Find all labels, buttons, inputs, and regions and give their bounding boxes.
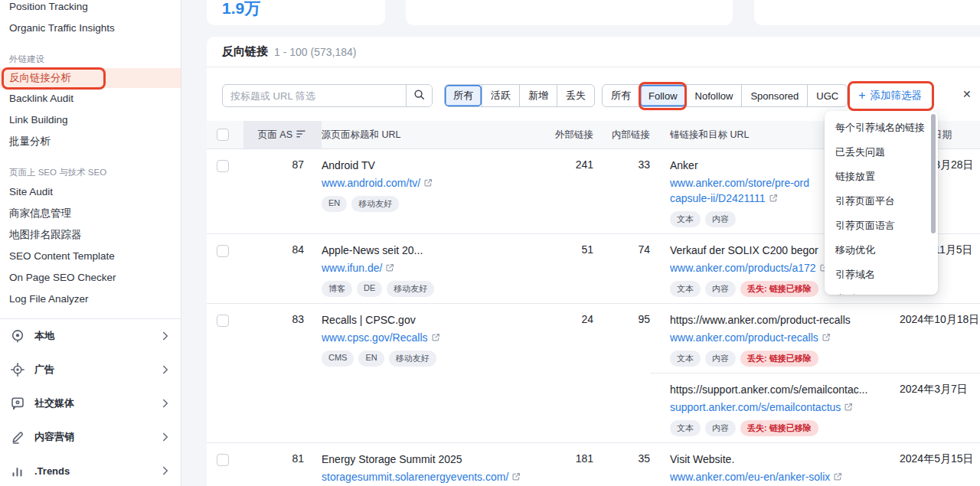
external-links-value: 51 bbox=[540, 243, 593, 297]
internal-links-value: 35 bbox=[593, 452, 650, 486]
external-link-icon bbox=[511, 472, 521, 481]
follow-filter-option[interactable]: Follow bbox=[639, 85, 686, 106]
sidebar-item[interactable]: Organic Traffic Insights bbox=[0, 18, 181, 39]
sidebar-nav-label: 内容营销 bbox=[34, 430, 162, 444]
chevron-right-icon bbox=[162, 432, 168, 442]
date-value: 2024年5月15日 bbox=[900, 452, 980, 486]
close-icon[interactable]: ✕ bbox=[962, 89, 972, 99]
sidebar-nav-item[interactable]: 内容营销 bbox=[0, 420, 181, 454]
search-box bbox=[222, 84, 433, 107]
status-filter-option[interactable]: 所有 bbox=[445, 85, 482, 106]
row-checkbox-cell bbox=[207, 243, 243, 297]
card-header: 反向链接 1 - 100 (573,184) bbox=[207, 37, 980, 67]
sidebar-item[interactable]: Log File Analyzer bbox=[0, 289, 181, 310]
chevron-right-icon bbox=[162, 365, 168, 374]
sort-desc-icon bbox=[296, 130, 305, 138]
source-cell: Android TVwww.android.com/tv/EN移动友好 bbox=[322, 158, 540, 227]
table-row: 81Energy Storage Summit 2025storagesummi… bbox=[207, 442, 980, 486]
sidebar-item[interactable]: On Page SEO Checker bbox=[0, 267, 181, 289]
filter-dropdown-item[interactable]: 每个引荐域名的链接 bbox=[825, 116, 938, 140]
source-url-link[interactable]: www.anker.com/products/a172 bbox=[670, 262, 816, 274]
tag-badge: DE bbox=[357, 281, 382, 297]
row-checkbox[interactable] bbox=[217, 315, 229, 327]
column-internal-links: 内部链接 bbox=[593, 121, 650, 148]
external-link-icon bbox=[423, 178, 433, 188]
sidebar-item[interactable]: 批量分析 bbox=[0, 131, 181, 152]
lost-link-badge: 丢失: 链接已移除 bbox=[740, 281, 818, 297]
anchor-text: https://www.anker.com/product-recalls bbox=[670, 313, 900, 328]
filter-dropdown-item[interactable]: 已丢失问题 bbox=[825, 140, 938, 165]
lost-link-badge: 丢失: 链接已移除 bbox=[740, 351, 818, 367]
external-link-icon bbox=[833, 472, 842, 481]
sidebar-item[interactable]: SEO Content Template bbox=[0, 246, 181, 267]
status-filter-option[interactable]: 新增 bbox=[519, 85, 557, 106]
metric-card-backlinks: 1.9万 bbox=[207, 0, 385, 25]
sidebar-item[interactable]: 商家信息管理 bbox=[0, 203, 181, 224]
source-url-link[interactable]: storagesummit.solarenergyevents.com/ bbox=[322, 471, 508, 483]
anchor-cell: https://www.anker.com/product-recallswww… bbox=[650, 313, 900, 367]
search-button[interactable] bbox=[406, 85, 432, 106]
add-filter-button[interactable]: + 添加筛选器 bbox=[858, 89, 922, 103]
sort-desc-icon bbox=[296, 129, 305, 140]
sidebar-nav-label: 广告 bbox=[34, 363, 162, 377]
column-page-as[interactable]: 页面 AS bbox=[243, 121, 322, 148]
status-filter-option[interactable]: 活跃 bbox=[482, 85, 519, 106]
filter-dropdown-item[interactable]: 移动优化 bbox=[825, 238, 938, 263]
bar-chart-icon bbox=[10, 463, 25, 478]
tag-badge: EN bbox=[322, 196, 347, 212]
external-links-value: 181 bbox=[540, 452, 593, 486]
sidebar-item[interactable]: Link Building bbox=[0, 109, 181, 131]
row-checkbox[interactable] bbox=[217, 245, 229, 257]
follow-filter-option[interactable]: Sponsored bbox=[741, 85, 807, 106]
follow-filter-option[interactable]: UGC bbox=[807, 85, 847, 106]
filter-dropdown-item[interactable]: 类型 bbox=[825, 287, 938, 295]
sidebar-nav-item[interactable]: 社交媒体 bbox=[0, 387, 181, 420]
source-url-link[interactable]: www.anker.com/product-recalls bbox=[670, 331, 818, 344]
status-filter-option[interactable]: 丢失 bbox=[557, 85, 594, 106]
filter-dropdown-item[interactable]: 链接放置 bbox=[825, 165, 938, 189]
anchor-cell: https://support.anker.com/s/emailcontac.… bbox=[650, 373, 900, 442]
tag-badge: 内容 bbox=[705, 351, 736, 367]
source-url-link[interactable]: www.cpsc.gov/Recalls bbox=[322, 331, 428, 344]
row-checkbox-cell bbox=[207, 373, 243, 442]
source-cell: Energy Storage Summit 2025storagesummit.… bbox=[322, 452, 540, 486]
filter-dropdown-item[interactable]: 引荐页面平台 bbox=[825, 189, 938, 214]
filter-dropdown-item[interactable]: 引荐域名 bbox=[825, 263, 938, 287]
sidebar-item[interactable]: Backlink Audit bbox=[0, 88, 181, 109]
source-url-link[interactable]: capsule-ii/D2421111 bbox=[670, 192, 766, 204]
page-as-value: 87 bbox=[243, 158, 322, 227]
date-value: 2024年10月18日 bbox=[900, 313, 980, 367]
sidebar-item[interactable]: Site Audit bbox=[0, 181, 181, 203]
filter-dropdown-item[interactable]: 引荐页面语言 bbox=[825, 214, 938, 238]
source-url-link[interactable]: www.ifun.de/ bbox=[322, 262, 382, 274]
anchor-cell: Visit Website.www.anker.com/eu-en/anker-… bbox=[650, 452, 900, 486]
sidebar-nav-item[interactable]: 广告 bbox=[0, 353, 181, 387]
source-url-link[interactable]: www.anker.com/store/pre-ord bbox=[670, 177, 809, 189]
sidebar-item[interactable]: Position Tracking bbox=[0, 0, 181, 18]
source-cell: Recalls | CPSC.govwww.cpsc.gov/RecallsCM… bbox=[322, 313, 540, 367]
tag-list: EN移动友好 bbox=[322, 196, 540, 212]
follow-filter-option[interactable]: Nofollow bbox=[686, 85, 742, 106]
sidebar-item-active[interactable]: 反向链接分析 bbox=[0, 68, 181, 88]
sidebar-nav-item[interactable]: .Trends bbox=[0, 454, 181, 486]
source-url-link[interactable]: support.anker.com/s/emailcontactus bbox=[670, 401, 841, 413]
dropdown-scrollbar[interactable] bbox=[931, 114, 936, 233]
sidebar-item[interactable]: 地图排名跟踪器 bbox=[0, 224, 181, 246]
search-icon bbox=[413, 89, 425, 103]
row-checkbox[interactable] bbox=[217, 454, 229, 466]
search-input[interactable] bbox=[223, 85, 406, 106]
external-links-value: 241 bbox=[540, 158, 593, 227]
pencil-icon bbox=[10, 429, 25, 445]
source-url-link[interactable]: www.anker.com/eu-en/anker-solix bbox=[670, 471, 830, 483]
sidebar-nav-label: 本地 bbox=[34, 329, 162, 343]
date-value: 2024年3月7日 bbox=[900, 373, 980, 442]
source-url-link[interactable]: www.android.com/tv/ bbox=[322, 177, 420, 189]
tag-badge: 文本 bbox=[670, 351, 701, 367]
row-checkbox[interactable] bbox=[217, 160, 229, 172]
sidebar: Position TrackingOrganic Traffic Insight… bbox=[0, 0, 181, 486]
follow-filter-option[interactable]: 所有 bbox=[603, 85, 639, 106]
sidebar-nav-item[interactable]: 本地 bbox=[0, 319, 181, 353]
column-external-links: 外部链接 bbox=[540, 121, 593, 148]
card-title: 反向链接 bbox=[222, 44, 268, 59]
select-all-checkbox[interactable] bbox=[217, 129, 229, 141]
